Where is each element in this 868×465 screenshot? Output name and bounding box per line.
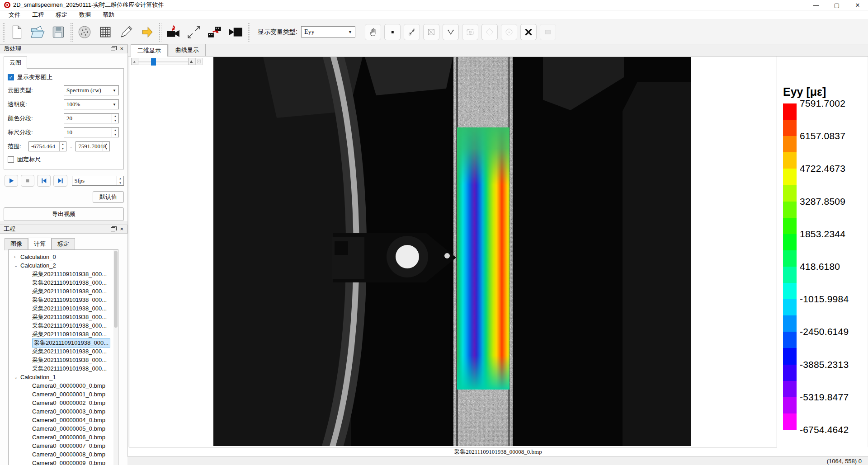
tree-item[interactable]: 采集20211109101938_000... (9, 313, 118, 321)
tree-item[interactable]: 采集20211109101938_000... (9, 287, 118, 296)
project-dock-titlebar: 工程 × (0, 225, 127, 234)
tree-item[interactable]: Camera0_00000006_0.bmp (9, 433, 118, 442)
tree-scrollbar-thumb[interactable] (114, 251, 118, 328)
tree-item[interactable]: 采集20211109101938_000... (9, 364, 118, 373)
tree-item[interactable]: Camera0_00000003_0.bmp (9, 407, 118, 416)
post-process-dock-titlebar: 后处理 × (0, 44, 127, 53)
play-button[interactable] (5, 175, 18, 187)
dock-float-icon[interactable] (111, 47, 115, 51)
point-tool-button[interactable] (384, 24, 401, 40)
last-frame-button[interactable] (53, 175, 67, 187)
show-deformed-checkbox[interactable]: ✓ (8, 74, 14, 80)
rect-roi-button[interactable] (462, 24, 478, 40)
zoom-slider-handle[interactable] (151, 58, 156, 66)
draw-line-button[interactable] (116, 22, 137, 42)
stop-button[interactable] (21, 175, 34, 187)
diamond-roi-button[interactable] (481, 24, 498, 40)
tree-item-selected[interactable]: 采集20211109101938_000... (9, 338, 118, 347)
default-values-button[interactable]: 默认值 (93, 191, 124, 203)
delete-roi-button[interactable] (520, 24, 537, 40)
minimize-button[interactable]: — (806, 0, 826, 10)
dock-close-icon[interactable]: × (120, 227, 123, 231)
dock-float-icon[interactable] (111, 227, 115, 231)
tree-item[interactable]: 采集20211109101938_000... (9, 296, 118, 304)
region-cross-button[interactable] (423, 24, 439, 40)
view-tab-曲线显示[interactable]: 曲线显示 (169, 44, 206, 56)
project-tab-标定[interactable]: 标定 (52, 238, 75, 250)
close-button[interactable]: ✕ (847, 0, 868, 10)
menu-item[interactable]: 文件 (3, 11, 26, 19)
color-segments-spinner[interactable]: 20▲▼ (64, 113, 119, 123)
tree-item[interactable]: Camera0_00000008_0.bmp (9, 450, 118, 459)
colorbar-tick-label: 7591.7002 (800, 98, 845, 109)
chevron-down-icon: ▼ (113, 89, 118, 93)
zoom-extents-button[interactable] (404, 24, 420, 40)
maximize-button[interactable]: ▢ (826, 0, 847, 10)
next-step-button[interactable] (137, 22, 157, 42)
tree-item[interactable]: 采集20211109101938_000... (9, 330, 118, 338)
view-tab-二维显示[interactable]: 二维显示 (131, 44, 168, 56)
chevron-down-icon[interactable]: ⌄ (14, 375, 20, 380)
project-tab-计算[interactable]: 计算 (28, 238, 52, 250)
tree-node[interactable]: ›Calculation_0 (9, 253, 118, 261)
tree-scrollbar[interactable] (113, 250, 118, 465)
zoom-out-button[interactable] (131, 58, 138, 65)
menu-item[interactable]: 帮助 (97, 11, 120, 19)
tree-item[interactable]: Camera0_00000007_0.bmp (9, 442, 118, 450)
pan-tool-button[interactable] (365, 24, 381, 40)
range-max-spinner[interactable]: 7591.70018▲▼ (75, 141, 110, 151)
tree-item[interactable]: 采集20211109101938_000... (9, 270, 118, 278)
tree-item[interactable]: Camera0_00000009_0.bmp (9, 459, 118, 465)
cloud-type-select[interactable]: Spectrum (cw)▼ (64, 85, 119, 95)
tree-item[interactable]: Camera0_00000004_0.bmp (9, 416, 118, 424)
fixed-scale-checkbox[interactable] (8, 156, 14, 163)
range-min-spinner[interactable]: -6754.464▲▼ (28, 141, 66, 151)
tree-item[interactable]: 采集20211109101938_000... (9, 304, 118, 313)
tree-item[interactable]: Camera0_00000001_0.bmp (9, 390, 118, 399)
tree-item[interactable]: 采集20211109101938_000... (9, 278, 118, 287)
expand-view-button[interactable] (184, 22, 204, 42)
new-document-button[interactable] (6, 22, 27, 42)
calibration-grid-button[interactable] (95, 22, 116, 42)
open-project-button[interactable] (27, 22, 48, 42)
dock-close-icon[interactable]: × (120, 47, 123, 51)
tree-node[interactable]: ⌄Calculation_2 (9, 261, 118, 270)
tree-item[interactable]: 采集20211109101938_000... (9, 321, 118, 330)
image-canvas[interactable] (129, 56, 777, 447)
tree-item[interactable]: Camera0_00000000_0.bmp (9, 381, 118, 390)
save-button[interactable] (48, 22, 69, 42)
video-record-button[interactable] (225, 22, 246, 42)
export-video-button[interactable]: 导出视频 (4, 207, 124, 221)
display-variable-select[interactable]: Eyy ▼ (301, 26, 355, 38)
zoom-in-button[interactable] (188, 58, 195, 65)
menu-item[interactable]: 工程 (26, 11, 50, 19)
angle-tool-button[interactable] (443, 24, 459, 40)
project-tab-图像[interactable]: 图像 (5, 238, 28, 250)
tree-item-label: 采集20211109101938_000... (32, 322, 107, 330)
tree-item[interactable]: 采集20211109101938_000... (9, 347, 118, 356)
point-icon (387, 27, 397, 37)
zoom-reset-button[interactable] (195, 58, 203, 65)
camera-capture-button[interactable] (163, 22, 184, 42)
menu-item[interactable]: 数据 (73, 11, 97, 19)
circle-roi-button[interactable] (501, 24, 517, 40)
colorbar-panel: Eyy [με] 7591.70026157.08374722.46733287… (777, 56, 868, 447)
tree-node[interactable]: ⌄Calculation_1 (9, 373, 118, 381)
tree-item[interactable]: Camera0_00000002_0.bmp (9, 399, 118, 407)
tree-item[interactable]: 采集20211109101938_000... (9, 356, 118, 364)
tab-cloud-map[interactable]: 云图 (4, 56, 27, 69)
scale-segments-spinner[interactable]: 10▲▼ (64, 127, 119, 137)
batch-calculate-button[interactable] (204, 22, 225, 42)
specimen-image[interactable] (213, 57, 691, 446)
chevron-right-icon[interactable]: › (14, 254, 20, 259)
tree-item[interactable]: Camera0_00000005_0.bmp (9, 424, 118, 433)
menu-item[interactable]: 标定 (50, 11, 73, 19)
first-frame-button[interactable] (37, 175, 51, 187)
speckle-image-button[interactable] (74, 22, 95, 42)
opacity-select[interactable]: 100%▼ (64, 99, 119, 109)
cloud-type-label: 云图类型: (8, 86, 64, 94)
chevron-down-icon[interactable]: ⌄ (14, 263, 20, 268)
fps-spinner[interactable]: 5fps▲▼ (72, 176, 124, 186)
zoom-slider[interactable] (138, 58, 188, 65)
tree-item-label: Camera0_00000001_0.bmp (32, 391, 105, 398)
